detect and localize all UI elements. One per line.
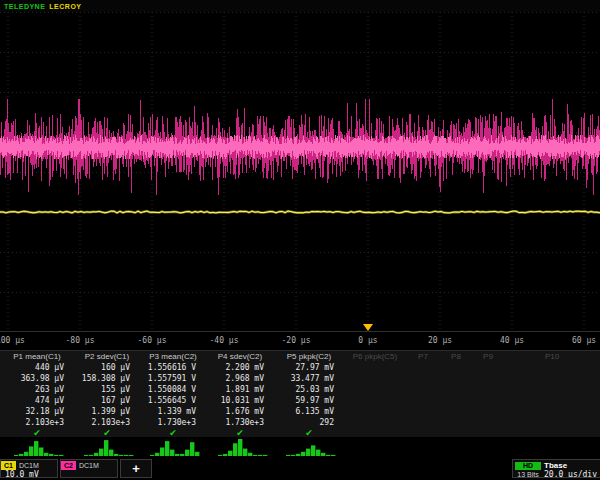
time-label: 0 µs [358,336,377,345]
hd-badge: HD [515,462,541,470]
c2-chip: C2 [61,461,76,470]
measure-value [406,362,440,373]
measure-value [504,395,600,406]
time-label: -80 µs [66,336,95,345]
measure-value [344,373,406,384]
measure-value-row: 32.18 µV1.399 µV1.339 mV1.676 mV6.135 mV [0,406,600,417]
measure-param-header-P5[interactable]: P5 pkpk(C2) [274,351,344,362]
measure-value: 6.135 mV [274,406,344,417]
plus-icon: + [132,461,140,476]
measure-value: 32.18 µV [0,406,74,417]
measure-value [472,373,504,384]
measure-value [440,373,472,384]
time-label: -60 µs [138,336,167,345]
measure-value: 1.676 mV [206,406,274,417]
measure-value: 1.399 µV [74,406,140,417]
measure-value: 1.730e+3 [140,417,206,428]
histicon-row [0,437,600,457]
measure-value [406,373,440,384]
measure-value [504,362,600,373]
measure-value [504,384,600,395]
time-label: -40 µs [210,336,239,345]
measure-header-row: P1 mean(C1)P2 sdev(C1)P3 mean(C2)P4 sdev… [0,351,600,362]
measure-value [472,406,504,417]
trigger-marker[interactable] [363,324,373,331]
tbase-scale: 20.0 µs/div [544,470,600,478]
measure-value [406,406,440,417]
measurement-histicon [286,438,336,456]
measure-value: 263 µV [0,384,74,395]
measure-value: 292 [274,417,344,428]
measure-value: 1.550084 V [140,384,206,395]
oscilloscope-screen: TELEDYNE LECROY -100 µs-80 µs-60 µs-40 µ… [0,0,600,480]
channel-descriptor-c2[interactable]: C2 DC1M [60,459,118,478]
measure-param-header-P10[interactable]: P10 [504,351,600,362]
measure-value: 155 µV [74,384,140,395]
measure-value [440,362,472,373]
measure-value [472,417,504,428]
measure-value [406,417,440,428]
measure-param-header-P2[interactable]: P2 sdev(C1) [74,351,140,362]
measure-value-row: 363.98 µV158.308 µV1.557591 V2.968 mV33.… [0,373,600,384]
measure-value: 25.03 mV [274,384,344,395]
time-axis: -100 µs-80 µs-60 µs-40 µs-20 µs0 µs20 µs… [0,332,600,349]
measure-value [440,417,472,428]
measure-value: 160 µV [74,362,140,373]
measure-value-row: 440 µV160 µV1.556616 V2.200 mV27.97 mV [0,362,600,373]
measure-value [406,395,440,406]
channel-descriptor-c1[interactable]: C1 DC1M 10.0 mV [0,459,58,478]
measure-value-row: 2.103e+32.103e+31.730e+31.730e+3292 [0,417,600,428]
measure-value [344,384,406,395]
bottom-bar: C1 DC1M 10.0 mV C2 DC1M + HD Tbase 13 Bi… [0,458,600,480]
c1-coupling: DC1M [19,462,39,469]
measure-param-header-P3[interactable]: P3 mean(C2) [140,351,206,362]
menu-bar: TELEDYNE LECROY [0,0,600,12]
measure-value: 474 µV [0,395,74,406]
add-trace-button[interactable]: + [120,459,152,478]
measure-value [440,406,472,417]
measure-value [504,373,600,384]
waveform-display[interactable] [0,12,600,332]
measurement-histicon [84,438,134,456]
c1-offset-value: 10.0 mV [1,470,57,478]
measure-value: 363.98 µV [0,373,74,384]
measure-value: 1.557591 V [140,373,206,384]
measure-value: 59.97 mV [274,395,344,406]
measure-value [344,417,406,428]
measure-value-row: 474 µV167 µV1.556645 V10.031 mV59.97 mV [0,395,600,406]
measure-value: 33.477 mV [274,373,344,384]
measure-value: 27.97 mV [274,362,344,373]
measure-value: 2.103e+3 [74,417,140,428]
brand-teledyne: TELEDYNE [4,3,45,10]
measure-value [504,417,600,428]
time-label: -20 µs [282,336,311,345]
timebase-descriptor[interactable]: HD Tbase 13 Bits 20.0 µs/div [512,459,600,478]
measure-param-header-P9[interactable]: P9 [472,351,504,362]
measure-value: 167 µV [74,395,140,406]
measure-value: 1.339 mV [140,406,206,417]
measure-value-row: 263 µV155 µV1.550084 V1.891 mV25.03 mV [0,384,600,395]
measure-value [504,406,600,417]
measure-value [440,384,472,395]
brand-lecroy: LECROY [49,3,81,10]
measure-param-header-P1[interactable]: P1 mean(C1) [0,351,74,362]
measure-value [344,362,406,373]
measure-param-header-P8[interactable]: P8 [440,351,472,362]
measure-value [472,384,504,395]
measure-param-header-P4[interactable]: P4 sdev(C2) [206,351,274,362]
measure-value: 1.730e+3 [206,417,274,428]
measure-param-header-P6[interactable]: P6 pkpk(C5) [344,351,406,362]
measure-value: 2.103e+3 [0,417,74,428]
measure-table: P1 mean(C1)P2 sdev(C1)P3 mean(C2)P4 sdev… [0,350,600,439]
measure-value [440,395,472,406]
measure-value: 1.891 mV [206,384,274,395]
tbase-bits: 13 Bits [515,471,541,478]
tbase-label: Tbase [544,461,600,470]
time-label: 60 µs [572,336,596,345]
measure-param-header-P7[interactable]: P7 [406,351,440,362]
measure-value: 440 µV [0,362,74,373]
measurement-histicon [150,438,200,456]
c1-chip: C1 [1,461,16,470]
measurement-histicon [218,438,268,456]
measure-value: 2.968 mV [206,373,274,384]
